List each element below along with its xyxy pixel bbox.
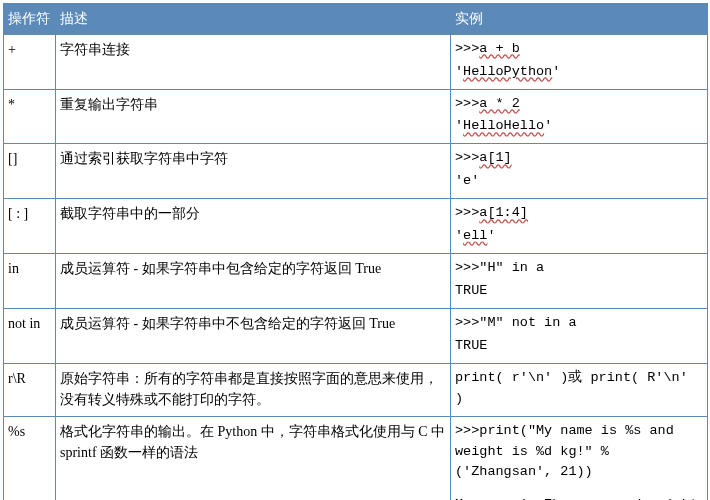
ex-line: print( r'\n' )或 print( R'\n' ) — [455, 368, 703, 410]
table-row: not in 成员运算符 - 如果字符串中不包含给定的字符返回 True >>>… — [4, 308, 708, 363]
ex-line: >>>print("My name is %s and weight is %d… — [455, 421, 703, 484]
ex-line: >>>"M" not in a — [455, 313, 703, 334]
table-row: * 重复输出字符串 >>>a * 2 'HelloHello' — [4, 89, 708, 144]
table-row: [ : ] 截取字符串中的一部分 >>>a[1:4] 'ell' — [4, 199, 708, 254]
operator-cell: in — [4, 254, 56, 309]
header-operator: 操作符 — [4, 4, 56, 35]
ex-quote: ' — [455, 118, 463, 133]
table-row: %s 格式化字符串的输出。在 Python 中，字符串格式化使用与 C 中 sp… — [4, 416, 708, 500]
header-description: 描述 — [56, 4, 451, 35]
ex-result: TRUE — [455, 336, 703, 357]
ex-quote: ' — [455, 228, 463, 243]
table-row: [] 通过索引获取字符串中字符 >>>a[1] 'e' — [4, 144, 708, 199]
header-example: 实例 — [451, 4, 708, 35]
ex-prompt: >>> — [455, 41, 479, 56]
table-row: in 成员运算符 - 如果字符串中包含给定的字符返回 True >>>"H" i… — [4, 254, 708, 309]
ex-result: ell — [463, 228, 487, 243]
header-row: 操作符 描述 实例 — [4, 4, 708, 35]
description-cell: 通过索引获取字符串中字符 — [56, 144, 451, 199]
ex-result: HelloPython — [463, 64, 552, 79]
ex-quote: ' — [487, 228, 495, 243]
operator-cell: [ : ] — [4, 199, 56, 254]
description-cell: 字符串连接 — [56, 34, 451, 89]
description-cell: 格式化字符串的输出。在 Python 中，字符串格式化使用与 C 中 sprin… — [56, 416, 451, 500]
ex-code: a + b — [479, 41, 520, 56]
example-cell: >>>"H" in a TRUE — [451, 254, 708, 309]
description-cell: 成员运算符 - 如果字符串中包含给定的字符返回 True — [56, 254, 451, 309]
description-cell: 原始字符串：所有的字符串都是直接按照字面的意思来使用，没有转义特殊或不能打印的字… — [56, 363, 451, 416]
example-cell: >>>a * 2 'HelloHello' — [451, 89, 708, 144]
ex-prompt: >>> — [455, 205, 479, 220]
ex-result: 'e' — [455, 173, 479, 188]
ex-code: a * 2 — [479, 96, 520, 111]
operator-cell: + — [4, 34, 56, 89]
description-cell: 重复输出字符串 — [56, 89, 451, 144]
ex-result: HelloHello — [463, 118, 544, 133]
description-cell: 截取字符串中的一部分 — [56, 199, 451, 254]
table-row: + 字符串连接 >>>a + b 'HelloPython' — [4, 34, 708, 89]
ex-quote: ' — [455, 64, 463, 79]
operator-cell: %s — [4, 416, 56, 500]
example-cell: >>>a + b 'HelloPython' — [451, 34, 708, 89]
ex-result: TRUE — [455, 281, 703, 302]
ex-result: My name is Zhangsan and weight is 21 kg! — [455, 495, 703, 500]
ex-code: a[1] — [479, 150, 511, 165]
ex-line: >>>"H" in a — [455, 258, 703, 279]
operators-table: 操作符 描述 实例 + 字符串连接 >>>a + b 'HelloPython'… — [3, 3, 708, 500]
ex-quote: ' — [552, 64, 560, 79]
ex-quote: ' — [544, 118, 552, 133]
operator-cell: not in — [4, 308, 56, 363]
example-cell: >>>a[1] 'e' — [451, 144, 708, 199]
ex-prompt: >>> — [455, 150, 479, 165]
ex-code: a[1:4] — [479, 205, 528, 220]
example-cell: >>>"M" not in a TRUE — [451, 308, 708, 363]
description-cell: 成员运算符 - 如果字符串中不包含给定的字符返回 True — [56, 308, 451, 363]
example-cell: print( r'\n' )或 print( R'\n' ) — [451, 363, 708, 416]
table-row: r\R 原始字符串：所有的字符串都是直接按照字面的意思来使用，没有转义特殊或不能… — [4, 363, 708, 416]
ex-prompt: >>> — [455, 96, 479, 111]
operator-cell: r\R — [4, 363, 56, 416]
operator-cell: * — [4, 89, 56, 144]
operator-cell: [] — [4, 144, 56, 199]
example-cell: >>>a[1:4] 'ell' — [451, 199, 708, 254]
example-cell: >>>print("My name is %s and weight is %d… — [451, 416, 708, 500]
